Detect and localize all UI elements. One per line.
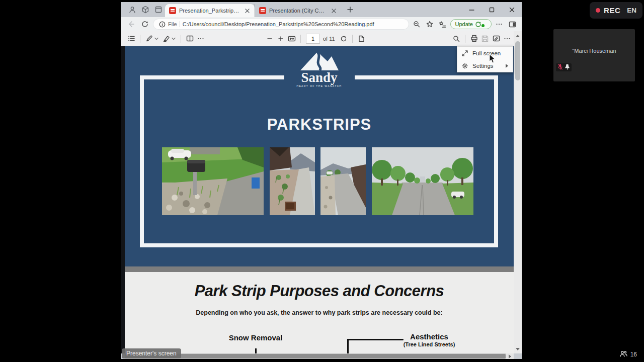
- mouse-cursor: [489, 54, 496, 65]
- people-icon: [620, 350, 627, 359]
- rotate-icon[interactable]: [338, 33, 349, 44]
- pdf-options-menu: Full screen Settings: [457, 46, 513, 72]
- photo-tree-lined-street: [372, 147, 473, 215]
- page-info-icon[interactable]: [158, 19, 166, 30]
- window-controls: [461, 2, 522, 17]
- url-field[interactable]: File C:/Users/council/Desktop/Presenatio…: [153, 19, 409, 30]
- new-tab-button[interactable]: [344, 4, 356, 16]
- pin-icon[interactable]: [565, 63, 570, 72]
- divider: [465, 35, 465, 43]
- divider: [300, 35, 301, 43]
- participant-video-tile[interactable]: "Marci Houseman: [553, 29, 635, 81]
- browser-window: Presenation_Parkstrips Second Re Present…: [121, 2, 522, 359]
- pdf-more-icon[interactable]: [502, 33, 513, 44]
- chevron-down-icon[interactable]: [154, 37, 160, 40]
- search-icon[interactable]: [451, 33, 462, 44]
- favorites-bar-icon[interactable]: [437, 19, 448, 30]
- address-bar: File C:/Users/council/Desktop/Presenatio…: [121, 17, 522, 31]
- zoom-in-icon[interactable]: [275, 33, 286, 44]
- pdf-toolbar-right: [451, 33, 513, 44]
- vertical-tabs-icon[interactable]: [152, 4, 165, 16]
- tab-active-parkstrips[interactable]: Presenation_Parkstrips Second Re: [165, 4, 255, 17]
- menu-item-full-screen[interactable]: Full screen: [457, 47, 513, 59]
- tab-title: Presenation_Parkstrips Second Re: [179, 8, 240, 14]
- print-icon[interactable]: [468, 33, 479, 44]
- update-badge-dot: [481, 24, 485, 27]
- tab-strip: Presenation_Parkstrips Second Re Present…: [121, 2, 522, 17]
- browser-menu-icon[interactable]: [494, 19, 505, 30]
- submenu-arrow-icon: [506, 64, 508, 68]
- more-tools-icon[interactable]: [195, 33, 206, 44]
- logo-wordmark: Sandy: [277, 71, 362, 83]
- gear-icon: [462, 63, 468, 69]
- divider: [180, 21, 180, 27]
- page-view-icon[interactable]: [356, 33, 367, 44]
- sidebar-panel-icon[interactable]: [507, 19, 518, 30]
- profile-icon[interactable]: [126, 4, 139, 16]
- presenter-screen-label: Presenter's screen: [122, 348, 181, 358]
- highlighter-icon[interactable]: [160, 33, 172, 44]
- scroll-right-icon[interactable]: [506, 353, 514, 359]
- scrollbar-thumb[interactable]: [515, 41, 520, 80]
- tab-close-icon[interactable]: [244, 7, 251, 14]
- pdf-viewer: Sandy HEART OF THE WASATCH PARKSTRIPS: [121, 46, 522, 353]
- zoom-out-icon[interactable]: [264, 33, 275, 44]
- tab-title: Presentation (City Council 42220: [269, 8, 327, 14]
- participant-name: "Marci Houseman: [553, 48, 635, 54]
- fit-to-width-icon[interactable]: [286, 33, 297, 44]
- update-button[interactable]: Update: [450, 19, 492, 29]
- menu-item-settings[interactable]: Settings: [457, 59, 513, 72]
- zoom-page-icon[interactable]: [411, 19, 422, 30]
- pdf-file-icon: [259, 7, 266, 14]
- connector-line: [347, 339, 349, 353]
- mic-muted-icon: [558, 63, 562, 72]
- minimize-button[interactable]: [461, 2, 481, 17]
- slide-parkstrips: Sandy HEART OF THE WASATCH PARKSTRIPS: [125, 46, 514, 266]
- horizontal-scrollbar[interactable]: [125, 353, 514, 359]
- connector-line: [255, 348, 257, 353]
- photo-curved-street: [320, 147, 366, 215]
- save-icon[interactable]: [479, 33, 491, 44]
- participants-count[interactable]: 16: [620, 350, 637, 359]
- tab-close-icon[interactable]: [330, 7, 337, 14]
- divider: [352, 35, 353, 43]
- label-aesthetics: Aesthetics: [379, 332, 479, 341]
- close-button[interactable]: [502, 2, 522, 17]
- tab-inactive-city-council[interactable]: Presentation (City Council 42220: [255, 4, 341, 17]
- meeting-stage: Presenation_Parkstrips Second Re Present…: [0, 0, 644, 362]
- participant-count-label: 16: [630, 351, 637, 358]
- maximize-button[interactable]: [481, 2, 502, 17]
- zoom-page-controls: of 11: [264, 33, 367, 44]
- divider: [181, 35, 181, 43]
- refresh-icon[interactable]: [139, 18, 151, 30]
- url-scheme-label: File: [168, 21, 177, 27]
- favorite-star-icon[interactable]: [424, 19, 435, 30]
- vertical-scrollbar[interactable]: [514, 31, 522, 353]
- window-edge: [121, 46, 125, 353]
- back-icon[interactable]: [125, 18, 137, 30]
- photo-gravel-parkstrip: [270, 147, 315, 215]
- logo-tagline: HEART OF THE WASATCH: [277, 84, 362, 87]
- recording-indicator: REC EN: [590, 2, 642, 19]
- scroll-up-icon[interactable]: [514, 32, 522, 39]
- save-as-icon[interactable]: [491, 33, 502, 44]
- page-count-label: of 11: [323, 36, 335, 42]
- workspaces-icon[interactable]: [139, 4, 152, 16]
- sandy-logo: Sandy HEART OF THE WASATCH: [277, 50, 362, 87]
- slide-purposes-concerns: Park Strip Purposes and Concerns Dependi…: [125, 272, 514, 353]
- slide-title: PARKSTRIPS: [125, 116, 514, 134]
- scrollbar-thumb[interactable]: [125, 354, 506, 358]
- scroll-down-icon[interactable]: [514, 345, 522, 352]
- recording-dot-icon: [596, 8, 600, 13]
- slide-subtitle: Depending on who you ask, the answer to …: [125, 309, 514, 316]
- language-toggle[interactable]: EN: [627, 7, 636, 14]
- pdf-file-icon: [169, 7, 176, 14]
- chevron-down-icon[interactable]: [172, 37, 178, 40]
- page-number-input[interactable]: [306, 34, 320, 44]
- table-of-contents-icon[interactable]: [126, 33, 137, 44]
- url-text: C:/Users/council/Desktop/Presenation_Par…: [183, 21, 404, 27]
- tile-status-chip: [556, 63, 572, 71]
- page-layout-icon[interactable]: [184, 33, 195, 44]
- menu-item-label: Full screen: [472, 50, 501, 56]
- draw-pen-icon[interactable]: [143, 33, 154, 44]
